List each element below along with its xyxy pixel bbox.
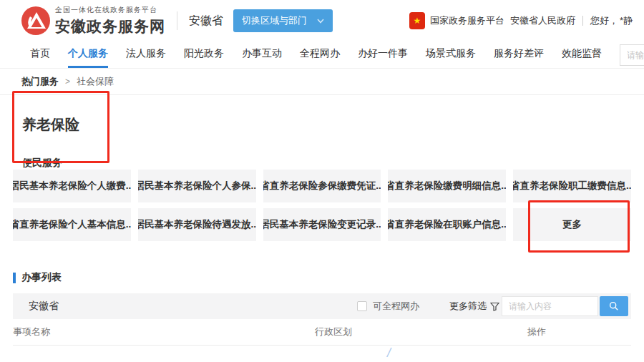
main-nav: 首页 个人服务 法人服务 阳光政务 办事互动 全程网办 办好一件事 场景式服务 … xyxy=(0,41,644,69)
title-accent-bar xyxy=(13,273,16,283)
username-link[interactable]: *静 xyxy=(620,14,633,27)
service-card[interactable]: 居民基本养老保险变更记录... xyxy=(263,208,381,241)
service-card[interactable]: 省直养老保险参保缴费凭证... xyxy=(263,170,381,202)
provincial-gov-link[interactable]: 安徽省人民政府 xyxy=(510,14,575,27)
filter-funnel-icon xyxy=(490,302,499,311)
chevron-down-icon xyxy=(317,19,324,24)
service-card[interactable]: 居民基本养老保险个人参保... xyxy=(138,170,256,202)
service-card[interactable]: 省直养老保险职工缴费信息... xyxy=(513,170,631,202)
anhui-gov-services-page: 全国一体化在线政务服务平台 安徽政务服务网 安徽省 切换区域与部门 ★ 国家政务… xyxy=(0,0,644,362)
pension-section-header: 养老保险 便民服务 xyxy=(13,95,631,170)
site-name: 安徽政务服务网 xyxy=(55,16,165,36)
nav-item-personal-services[interactable]: 个人服务 xyxy=(68,41,108,68)
page-title: 养老保险 xyxy=(22,115,631,134)
service-list-section: 办事列表 安徽省 可全程网办 更多筛选 xyxy=(13,271,631,346)
full-online-label: 可全程网办 xyxy=(373,300,419,313)
column-header-region: 行政区划 xyxy=(315,326,527,338)
list-search-input[interactable] xyxy=(502,296,598,316)
service-table-header: 事项名称 行政区划 操作 xyxy=(13,319,631,346)
header-divider xyxy=(177,11,177,30)
loading-spinner: / xyxy=(387,346,391,361)
nav-search xyxy=(620,44,644,66)
keyword-search-input[interactable] xyxy=(620,44,644,66)
section-subtitle: 便民服务 xyxy=(22,157,631,170)
switch-region-label: 切换区域与部门 xyxy=(242,14,307,27)
national-emblem-icon: ★ xyxy=(409,12,425,29)
nav-item-sunshine-gov[interactable]: 阳光政务 xyxy=(184,41,224,68)
header: 全国一体化在线政务服务平台 安徽政务服务网 安徽省 切换区域与部门 ★ 国家政务… xyxy=(0,0,644,41)
service-card[interactable]: 居民基本养老保险待遇发放... xyxy=(138,208,256,241)
list-search-button[interactable] xyxy=(600,296,628,316)
site-title-block: 全国一体化在线政务服务平台 安徽政务服务网 xyxy=(55,5,165,36)
search-icon xyxy=(609,301,619,311)
breadcrumb-root[interactable]: 热门服务 xyxy=(21,75,59,88)
service-list-title: 办事列表 xyxy=(21,271,62,284)
column-header-operation: 操作 xyxy=(527,326,631,338)
breadcrumb-current: 社会保障 xyxy=(77,75,114,88)
site-logo-icon xyxy=(21,6,50,35)
national-platform-link[interactable]: 国家政务服务平台 xyxy=(430,14,504,27)
greeting-text: 您好， xyxy=(590,14,618,27)
switch-region-button[interactable]: 切换区域与部门 xyxy=(233,9,333,32)
region-filter-label[interactable]: 安徽省 xyxy=(29,300,59,313)
platform-tagline: 全国一体化在线政务服务平台 xyxy=(55,5,165,15)
service-cards-grid: 居民基本养老保险个人缴费... 居民基本养老保险个人参保... 省直养老保险参保… xyxy=(13,170,631,241)
full-online-checkbox[interactable] xyxy=(357,301,367,311)
filter-bar: 安徽省 可全程网办 更多筛选 xyxy=(13,293,631,319)
service-card[interactable]: 省直养老保险个人基本信息... xyxy=(13,208,131,241)
more-filters-label: 更多筛选 xyxy=(449,300,487,313)
current-region-label: 安徽省 xyxy=(189,14,223,29)
service-list-title-row: 办事列表 xyxy=(13,271,631,284)
column-header-item-name: 事项名称 xyxy=(13,326,315,338)
nav-item-supervision[interactable]: 效能监督 xyxy=(562,41,602,68)
more-filters-button[interactable]: 更多筛选 xyxy=(449,300,499,313)
breadcrumb: 热门服务 > 社会保障 xyxy=(0,69,644,95)
list-search xyxy=(502,296,628,316)
main-content: 养老保险 便民服务 居民基本养老保险个人缴费... 居民基本养老保险个人参保..… xyxy=(0,95,644,346)
service-card[interactable]: 省直养老保险在职账户信息... xyxy=(388,208,506,241)
nav-item-interaction[interactable]: 办事互动 xyxy=(242,41,282,68)
nav-item-legal-services[interactable]: 法人服务 xyxy=(126,41,166,68)
service-card[interactable]: 省直养老保险缴费明细信息... xyxy=(388,170,506,202)
nav-item-one-thing[interactable]: 办好一件事 xyxy=(358,41,408,68)
breadcrumb-separator: > xyxy=(65,77,70,87)
nav-item-home[interactable]: 首页 xyxy=(30,41,50,68)
full-online-filter: 可全程网办 xyxy=(357,300,419,313)
nav-item-online-processing[interactable]: 全程网办 xyxy=(300,41,340,68)
service-card[interactable]: 居民基本养老保险个人缴费... xyxy=(13,170,131,202)
header-right-divider xyxy=(582,16,583,26)
more-button[interactable]: 更多 xyxy=(513,208,631,241)
nav-item-service-rating[interactable]: 服务好差评 xyxy=(494,41,544,68)
header-right: ★ 国家政务服务平台 安徽省人民政府 您好， *静 xyxy=(409,12,633,29)
nav-item-scenario-services[interactable]: 场景式服务 xyxy=(426,41,476,68)
